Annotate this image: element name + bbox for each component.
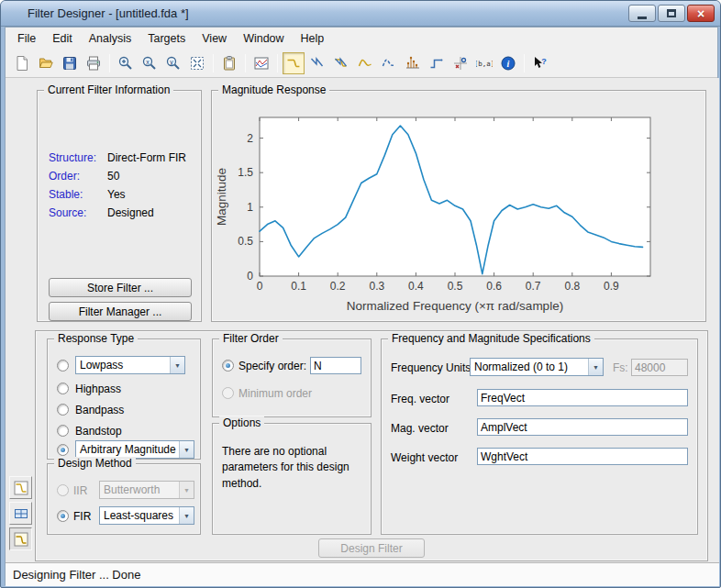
x-tick-label: 0.6 xyxy=(486,280,502,293)
menu-help[interactable]: Help xyxy=(293,29,333,48)
zoom-y-icon[interactable]: y xyxy=(162,52,184,74)
client-area: File Edit Analysis Targets View Window H… xyxy=(5,27,718,585)
frequency-units-label: Frequency Units xyxy=(391,361,471,374)
fir-label: FIR xyxy=(73,510,91,523)
filter-order-title: Filter Order xyxy=(219,332,283,345)
x-tick-label: 0.3 xyxy=(369,280,384,293)
design-filter-panel-icon[interactable] xyxy=(9,527,32,550)
svg-text:x: x xyxy=(146,59,150,65)
fir-method-select[interactable]: Least-squares ▼ xyxy=(99,506,194,525)
minimum-order-radio[interactable] xyxy=(222,387,234,399)
filter-manager-button[interactable]: Filter Manager ... xyxy=(49,302,192,321)
menu-analysis[interactable]: Analysis xyxy=(81,29,140,48)
iir-method-select: Butterworth ▼ xyxy=(99,481,194,499)
step-response-icon[interactable] xyxy=(426,52,448,74)
menu-edit[interactable]: Edit xyxy=(44,29,81,48)
design-method-title: Design Method xyxy=(54,457,136,470)
design-section-panel: Response Type Lowpass ▼ Highpass Bandpas… xyxy=(35,330,708,561)
arbitrary-magnitude-select[interactable]: Arbitrary Magnitude ▼ xyxy=(75,440,194,459)
maximize-button[interactable] xyxy=(658,5,685,22)
transform-filter-icon[interactable] xyxy=(9,476,32,499)
realize-model-icon[interactable] xyxy=(9,502,32,525)
zoom-x-icon[interactable]: x xyxy=(139,52,161,74)
weight-vector-input[interactable] xyxy=(477,448,688,465)
menu-view[interactable]: View xyxy=(194,29,235,48)
group-delay-icon[interactable] xyxy=(354,52,376,74)
current-filter-info-panel: Current Filter Information Structure: Di… xyxy=(37,90,202,322)
menu-bar: File Edit Analysis Targets View Window H… xyxy=(6,28,717,50)
store-filter-button[interactable]: Store Filter ... xyxy=(49,278,192,297)
weight-vector-label: Weight vector xyxy=(391,451,458,464)
options-group: Options There are no optional parameters… xyxy=(212,423,372,535)
specify-order-input[interactable] xyxy=(310,357,361,374)
filter-coefficients-icon[interactable]: [b,a] xyxy=(473,52,495,74)
copy-icon[interactable] xyxy=(218,52,240,74)
svg-text:?: ? xyxy=(541,57,547,66)
main-panel: Current Filter Information Structure: Di… xyxy=(6,78,719,562)
lowpass-select-value: Lowpass xyxy=(76,357,170,373)
full-view-icon[interactable] xyxy=(186,52,208,74)
title-bar[interactable]: Filter Designer - [untitled.fda *] × xyxy=(1,1,720,27)
freq-vector-input[interactable] xyxy=(477,389,688,406)
specify-order-label: Specify order: xyxy=(238,360,306,372)
magnitude-response-icon[interactable] xyxy=(283,52,305,74)
close-button[interactable]: × xyxy=(687,5,715,22)
lowpass-radio[interactable] xyxy=(57,360,69,372)
zoom-in-icon[interactable] xyxy=(115,52,137,74)
frequency-magnitude-specs-group: Frequency and Magnitude Specifications F… xyxy=(381,338,698,535)
status-text: Designing Filter ... Done xyxy=(6,568,140,582)
minimize-icon xyxy=(638,17,647,19)
response-type-title: Response Type xyxy=(54,332,138,345)
source-label: Source: xyxy=(49,206,86,219)
impulse-response-icon[interactable] xyxy=(402,52,424,74)
chevron-down-icon[interactable]: ▼ xyxy=(588,359,603,375)
x-tick-label: 0.8 xyxy=(564,280,580,293)
phase-response-icon[interactable] xyxy=(306,52,328,74)
bandpass-radio[interactable] xyxy=(57,404,69,416)
order-label: Order: xyxy=(49,170,80,183)
chevron-down-icon: ▼ xyxy=(179,482,194,498)
menu-file[interactable]: File xyxy=(9,29,44,48)
bandpass-label: Bandpass xyxy=(75,404,124,416)
chevron-down-icon[interactable]: ▼ xyxy=(179,507,194,524)
specify-order-radio[interactable] xyxy=(222,360,234,372)
open-icon[interactable] xyxy=(35,52,57,74)
window-title: Filter Designer - [untitled.fda *] xyxy=(28,6,627,20)
print-icon[interactable] xyxy=(83,52,105,74)
menu-targets[interactable]: Targets xyxy=(139,29,194,48)
filter-information-icon[interactable]: i xyxy=(497,52,519,74)
menu-window[interactable]: Window xyxy=(235,29,292,48)
help-mode-icon[interactable]: ? xyxy=(529,52,551,74)
chevron-down-icon[interactable]: ▼ xyxy=(179,441,194,458)
legend-icon[interactable] xyxy=(250,52,272,74)
mag-vector-input[interactable] xyxy=(477,418,688,436)
frequency-units-select[interactable]: Normalized (0 to 1) ▼ xyxy=(470,358,604,376)
iir-radio[interactable] xyxy=(57,484,69,496)
iir-label: IIR xyxy=(73,484,87,497)
magnitude-phase-response-icon[interactable] xyxy=(330,52,352,74)
highpass-radio[interactable] xyxy=(57,383,69,394)
fir-radio[interactable] xyxy=(57,510,69,522)
pole-zero-icon[interactable] xyxy=(449,52,471,74)
y-axis-label: Magnitude xyxy=(215,168,228,226)
stable-value: Yes xyxy=(107,188,126,201)
phase-delay-icon[interactable] xyxy=(378,52,400,74)
options-title: Options xyxy=(219,416,264,429)
design-filter-button[interactable]: Design Filter xyxy=(318,538,425,558)
toolbar-separator xyxy=(213,54,214,72)
save-icon[interactable] xyxy=(59,52,81,74)
status-bar: Designing Filter ... Done xyxy=(6,562,719,586)
minimize-button[interactable] xyxy=(628,5,656,22)
arbitrary-magnitude-radio[interactable] xyxy=(57,444,69,456)
structure-value: Direct-Form FIR xyxy=(107,151,186,164)
app-icon xyxy=(6,6,22,21)
x-tick-label: 0.2 xyxy=(330,280,346,293)
fir-method-select-value: Least-squares xyxy=(100,507,179,524)
svg-text:y: y xyxy=(170,59,173,66)
bandstop-radio[interactable] xyxy=(57,425,69,437)
source-value: Designed xyxy=(107,206,154,219)
chevron-down-icon[interactable]: ▼ xyxy=(170,357,184,373)
specs-title: Frequency and Magnitude Specifications xyxy=(388,332,594,345)
new-icon[interactable] xyxy=(11,52,33,74)
lowpass-select[interactable]: Lowpass ▼ xyxy=(75,356,185,374)
